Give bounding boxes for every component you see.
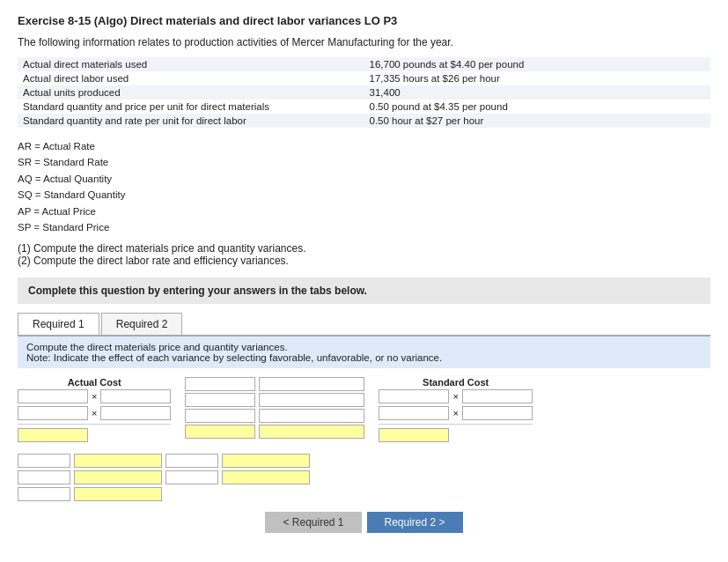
- note-box: Compute the direct materials price and q…: [18, 336, 710, 368]
- info-row: Actual direct materials used16,700 pound…: [18, 57, 710, 71]
- legend-item: AP = Actual Price: [18, 203, 710, 219]
- info-row: Standard quantity and price per unit for…: [18, 100, 710, 114]
- times1: ×: [90, 391, 99, 402]
- lower-row3: [18, 487, 710, 501]
- lower-row2: [18, 470, 710, 484]
- instruction-line: (2) Compute the direct labor rate and ef…: [18, 255, 710, 267]
- info-label: Actual direct labor used: [18, 71, 364, 85]
- std-input-2b[interactable]: [462, 406, 533, 420]
- standard-cost-block: Standard Cost × ×: [379, 377, 532, 445]
- note-line2: Note: Indicate the effect of each varian…: [26, 352, 702, 363]
- lower-input-2a[interactable]: [18, 470, 70, 484]
- info-row: Standard quantity and rate per unit for …: [18, 114, 710, 128]
- actual-total[interactable]: [18, 428, 88, 442]
- next-tab-button[interactable]: Required 2 >: [367, 512, 463, 533]
- std-input-2a[interactable]: [379, 406, 449, 420]
- lower-input-1a[interactable]: [18, 454, 70, 468]
- legend-item: SQ = Standard Quantity: [18, 187, 710, 203]
- page-title: Exercise 8-15 (Algo) Direct materials an…: [18, 14, 710, 27]
- lower-input-2b[interactable]: [74, 470, 162, 484]
- lower-input-2d[interactable]: [222, 470, 310, 484]
- std-total[interactable]: [379, 428, 449, 442]
- actual-input-2b[interactable]: [100, 406, 171, 420]
- times3: ×: [451, 391, 460, 402]
- info-value: 16,700 pounds at $4.40 per pound: [364, 57, 711, 71]
- legend-item: AQ = Actual Quantity: [18, 171, 710, 187]
- actual-input-2a[interactable]: [18, 406, 88, 420]
- lower-input-1b[interactable]: [74, 454, 162, 468]
- instruction-line: (1) Compute the direct materials price a…: [18, 242, 710, 255]
- std-row1: ×: [379, 389, 532, 403]
- times2: ×: [90, 408, 99, 418]
- mid-total-b[interactable]: [259, 425, 364, 439]
- actual-cost-header: Actual Cost: [18, 377, 171, 389]
- actual-row2: ×: [18, 406, 171, 420]
- tab-required2[interactable]: Required 2: [101, 313, 183, 335]
- mid-input-2b[interactable]: [259, 393, 364, 407]
- middle-col2: [259, 377, 364, 439]
- note-line1: Compute the direct materials price and q…: [26, 342, 702, 352]
- mid-input-1a[interactable]: [185, 377, 255, 391]
- mid-input-3a[interactable]: [185, 409, 255, 423]
- middle-block: [178, 377, 371, 440]
- actual-input-ap[interactable]: [100, 389, 171, 403]
- mid-input-3b[interactable]: [259, 409, 364, 423]
- standard-cost-header: Standard Cost: [379, 377, 532, 389]
- lower-input-3b[interactable]: [74, 487, 162, 501]
- lower-input-1c[interactable]: [165, 454, 218, 468]
- info-value: 0.50 pound at $4.35 per pound: [364, 100, 711, 114]
- legend-item: AR = Actual Rate: [18, 138, 710, 154]
- tab-required1[interactable]: Required 1: [18, 313, 99, 335]
- lower-row1: [18, 454, 710, 468]
- lower-input-2c[interactable]: [165, 470, 218, 484]
- mid-input-1b[interactable]: [259, 377, 364, 391]
- tabs-row: Required 1 Required 2: [18, 313, 710, 336]
- lower-input-1d[interactable]: [222, 454, 310, 468]
- complete-box: Complete this question by entering your …: [18, 277, 710, 304]
- info-value: 17,335 hours at $26 per hour: [364, 71, 711, 85]
- legend-item: SP = Standard Price: [18, 219, 710, 235]
- info-row: Actual direct labor used17,335 hours at …: [18, 71, 710, 85]
- variance-top-row: Actual Cost × ×: [18, 377, 710, 445]
- info-table: Actual direct materials used16,700 pound…: [18, 57, 710, 128]
- std-input-sq[interactable]: [379, 389, 449, 403]
- actual-total-row: [18, 428, 171, 442]
- actual-input-aq[interactable]: [18, 389, 88, 403]
- std-row2: ×: [379, 406, 532, 420]
- legend-block: AR = Actual RateSR = Standard RateAQ = A…: [18, 138, 710, 235]
- actual-cost-block: Actual Cost × ×: [18, 377, 171, 445]
- mid-total-a[interactable]: [185, 425, 255, 439]
- bottom-nav: < Required 1 Required 2 >: [18, 512, 710, 533]
- info-value: 0.50 hour at $27 per hour: [364, 114, 711, 128]
- mid-input-2a[interactable]: [185, 393, 255, 407]
- info-row: Actual units produced31,400: [18, 85, 710, 100]
- intro-text: The following information relates to pro…: [18, 36, 710, 48]
- variance-lower: [18, 454, 710, 501]
- info-label: Standard quantity and rate per unit for …: [18, 114, 364, 128]
- info-label: Actual direct materials used: [18, 57, 364, 71]
- actual-row1: ×: [18, 389, 171, 403]
- variance-section: Actual Cost × ×: [18, 377, 710, 501]
- std-total-row: [379, 428, 532, 442]
- instructions-block: (1) Compute the direct materials price a…: [18, 242, 710, 267]
- info-value: 31,400: [364, 85, 711, 100]
- lower-input-3a[interactable]: [18, 487, 70, 501]
- info-label: Actual units produced: [18, 85, 364, 100]
- middle-col1: [185, 377, 255, 439]
- std-input-sp[interactable]: [462, 389, 533, 403]
- legend-item: SR = Standard Rate: [18, 154, 710, 170]
- times4: ×: [451, 408, 460, 418]
- prev-tab-button[interactable]: < Required 1: [265, 512, 361, 533]
- info-label: Standard quantity and price per unit for…: [18, 100, 364, 114]
